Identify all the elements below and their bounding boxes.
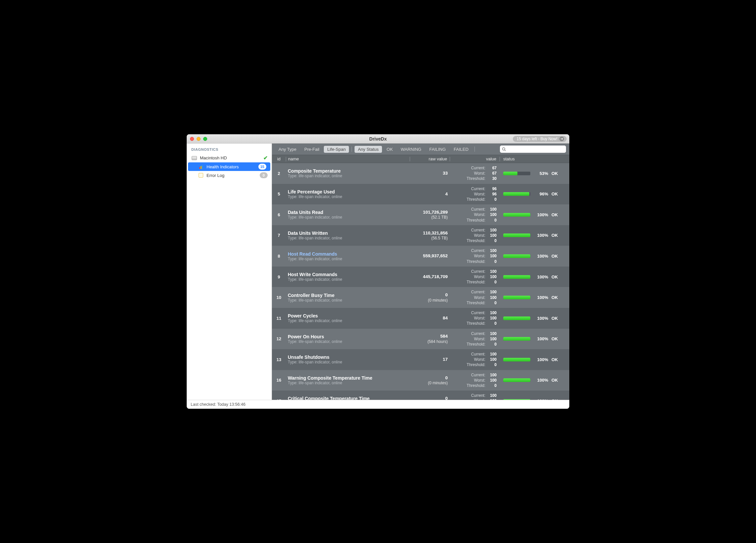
filter-type-pre-fail[interactable]: Pre-Fail [301, 146, 323, 153]
minimize-icon[interactable] [197, 137, 201, 141]
search-input[interactable] [500, 145, 566, 153]
table-row[interactable]: 10Controller Busy TimeType: life-span in… [272, 287, 569, 308]
filter-type-any-type[interactable]: Any Type [275, 146, 300, 153]
progress-bar [503, 172, 530, 175]
table-row[interactable]: 11Power CyclesType: life-span indicator,… [272, 308, 569, 329]
cell-value: Current:100Worst:100Threshold:0 [450, 207, 500, 223]
count-badge: 0 [260, 172, 268, 178]
filter-bar: Any TypePre-FailLife-SpanAny StatusOKWAR… [272, 143, 569, 155]
sidebar-item-label: Macintosh HD [200, 155, 227, 160]
table-row[interactable]: 7Data Units WrittenType: life-span indic… [272, 225, 569, 246]
status-label: OK [551, 253, 560, 258]
filter-status-ok[interactable]: OK [383, 146, 396, 153]
cell-id: 8 [272, 253, 286, 258]
filter-status-warning[interactable]: WARNING [397, 146, 425, 153]
cell-raw-value: 84 [411, 316, 450, 321]
indicator-name: Data Units Read [288, 210, 411, 215]
table-row[interactable]: 2Composite TemperatureType: life-span in… [272, 163, 569, 184]
indicator-subtype: Type: life-span indicator, online [288, 215, 411, 219]
cell-value: Current:100Worst:100Threshold:0 [450, 310, 500, 327]
indicator-name: Controller Busy Time [288, 293, 411, 298]
filter-status-failing[interactable]: FAILING [426, 146, 449, 153]
percent-label: 100% [534, 357, 548, 362]
col-status[interactable]: status [500, 156, 569, 161]
search-icon [502, 147, 506, 151]
sidebar-item-health-indicators[interactable]: Health Indicators 15 [188, 162, 270, 171]
cell-raw-value: 17 [411, 357, 450, 362]
cell-raw-value: 559,937,652 [411, 253, 450, 258]
cell-raw-value: 33 [411, 171, 450, 176]
cell-raw-value: 0(0 minutes) [411, 375, 450, 386]
cell-value: Current:96Worst:96Threshold:0 [450, 186, 500, 202]
cell-value: Current:100Worst:100Threshold:0 [450, 331, 500, 347]
cell-name: Controller Busy TimeType: life-span indi… [286, 293, 411, 303]
col-name[interactable]: name [286, 156, 410, 161]
indicator-name: Composite Temperature [288, 168, 411, 174]
cell-id: 5 [272, 191, 286, 196]
table-row[interactable]: 6Data Units ReadType: life-span indicato… [272, 204, 569, 225]
status-label: OK [551, 212, 560, 217]
cell-raw-value: 110,321,856(56.5 TB) [411, 230, 450, 241]
close-icon[interactable] [190, 137, 194, 141]
indicator-name: Host Write Commands [288, 272, 411, 277]
cell-name: Critical Composite Temperature TimeType:… [286, 396, 411, 400]
table-row[interactable]: 8Host Read CommandsType: life-span indic… [272, 246, 569, 266]
table-row[interactable]: 13Unsafe ShutdownsType: life-span indica… [272, 349, 569, 370]
indicator-subtype: Type: life-span indicator, online [288, 256, 411, 261]
cell-status: 100%OK [500, 316, 569, 321]
cell-value: Current:100Worst:100Threshold:0 [450, 352, 500, 368]
cell-name: Life Percentage UsedType: life-span indi… [286, 189, 411, 199]
cell-status: 96%OK [500, 191, 569, 196]
filter-status-any-status[interactable]: Any Status [355, 146, 382, 153]
indicator-subtype: Type: life-span indicator, online [288, 360, 411, 365]
cell-id: 2 [272, 171, 286, 176]
count-badge: 15 [258, 164, 266, 170]
filter-type-life-span[interactable]: Life-Span [324, 146, 349, 153]
cell-status: 100%OK [500, 295, 569, 300]
cell-id: 13 [272, 357, 286, 362]
sidebar-item-label: Health Indicators [207, 164, 239, 169]
app-window: DriveDx 15 days left - Buy Now! ➜ DIAGNO… [187, 134, 569, 409]
percent-label: 100% [534, 253, 548, 258]
cell-value: Current:100Worst:100Threshold:0 [450, 248, 500, 264]
table-row[interactable]: 17Critical Composite Temperature TimeTyp… [272, 391, 569, 400]
cell-raw-value: 0(0 minutes) [411, 396, 450, 400]
sidebar-item-error-log[interactable]: Error Log 0 [187, 171, 272, 179]
cell-raw-value: 445,718,709 [411, 274, 450, 280]
table-row[interactable]: 5Life Percentage UsedType: life-span ind… [272, 184, 569, 205]
cell-id: 6 [272, 212, 286, 217]
table-row[interactable]: 12Power On HoursType: life-span indicato… [272, 329, 569, 350]
col-id[interactable]: id [272, 156, 286, 161]
indicator-subtype: Type: life-span indicator, online [288, 194, 411, 199]
table-row[interactable]: 16Warning Composite Temperature TimeType… [272, 370, 569, 391]
table-row[interactable]: 9Host Write CommandsType: life-span indi… [272, 266, 569, 288]
indicator-subtype: Type: life-span indicator, online [288, 381, 411, 385]
cell-status: 100%OK [500, 357, 569, 362]
filter-separator [474, 146, 475, 152]
log-icon [198, 173, 204, 177]
progress-bar [503, 296, 530, 299]
col-value[interactable]: value [450, 156, 500, 161]
sidebar: DIAGNOSTICS Macintosh HD ✔ Health Indica… [187, 143, 272, 400]
status-label: OK [551, 336, 560, 341]
col-raw-value[interactable]: raw value [410, 156, 450, 161]
cell-raw-value: 101,726,289(52.1 TB) [411, 210, 450, 220]
zoom-icon[interactable] [203, 137, 207, 141]
arrow-right-icon: ➜ [559, 136, 564, 141]
progress-bar [503, 233, 530, 237]
cell-raw-value: 584(584 hours) [411, 334, 450, 344]
buy-now-button[interactable]: 15 days left - Buy Now! ➜ [513, 136, 567, 142]
filter-status-failed[interactable]: FAILED [450, 146, 472, 153]
cell-status: 53%OK [500, 171, 569, 176]
sidebar-header: DIAGNOSTICS [187, 146, 272, 153]
status-label: OK [551, 275, 560, 280]
indicator-name: Power Cycles [288, 313, 411, 319]
sidebar-item-drive[interactable]: Macintosh HD ✔ [187, 153, 272, 162]
indicator-name: Unsafe Shutdowns [288, 355, 411, 360]
cell-name: Warning Composite Temperature TimeType: … [286, 375, 411, 385]
cell-status: 100%OK [500, 378, 569, 383]
cell-status: 100%OK [500, 253, 569, 258]
cell-status: 100%OK [500, 233, 569, 238]
progress-bar [503, 192, 530, 196]
status-label: OK [551, 191, 560, 196]
